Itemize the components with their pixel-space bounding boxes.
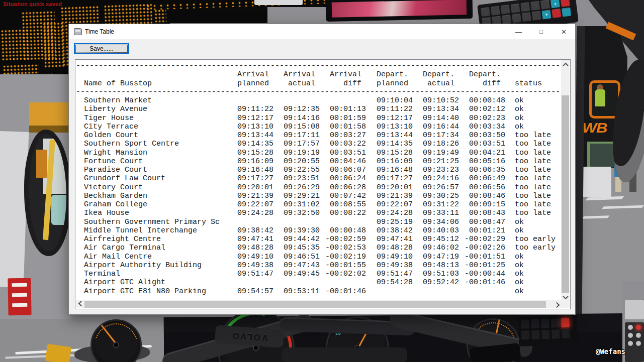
save-button[interactable]: Save...... [74,43,129,54]
table-row: Southern Government Primary Sc 09:25:19 … [76,218,562,226]
game-screen: Situation quick saved ▲ ▼ WB [0,0,644,362]
separator-line: ----------------------------------------… [76,62,562,70]
table-row: Air Cargo Terminal 09:48:28 09:45:35 -00… [76,244,562,252]
table-row: Ikea House 09:24:28 09:32:50 00:08:22 09… [76,209,562,217]
horizontal-scrollbar-thumb[interactable] [84,301,546,308]
table-row: Liberty Avenue 09:11:22 09:12:35 00:01:1… [76,105,562,113]
table-row: Paradise Court 09:16:48 09:22:55 00:06:0… [76,166,562,174]
horizontal-scrollbar[interactable] [76,300,562,308]
maximize-button[interactable]: □ [530,24,553,39]
watermark: @Wefans [596,347,625,355]
handrail [45,344,71,362]
bus-body [583,167,611,197]
scroll-right-button[interactable] [553,300,562,308]
keypad-key-red [561,0,570,7]
table-row: Airport GTC Alight 09:54:28 09:52:42 -00… [76,278,562,287]
table-row: Airport Authority Building 09:49:38 09:4… [76,261,562,270]
vertical-scrollbar[interactable] [561,60,570,301]
timetable-window-icon [74,28,82,35]
table-row: Southern Sport Centre 09:14:35 09:17:57 … [76,140,562,148]
table-row: Graham College 09:22:07 09:31:02 00:08:5… [76,200,562,209]
console-red-button [636,325,641,330]
table-header-row: Name of Busstop planned actual diff plan… [76,79,562,88]
keypad-down-key: ▼ [542,10,551,20]
table-row: Airfreight Centre 09:47:41 09:44:42 -00:… [76,235,562,244]
table-row: Southern Market 09:10:04 09:10:52 00:00:… [76,96,562,105]
keypad-key-red [551,9,561,18]
window-titlebar[interactable]: Time Table — □ ✕ [69,24,575,39]
chevron-down-icon [563,293,568,299]
scrollbar-corner [561,300,570,308]
warning-sticker [8,278,31,316]
side-console-buttons [625,322,644,362]
table-row: City Terrace 09:13:10 09:15:08 00:01:58 … [76,123,562,131]
chevron-up-icon [563,62,568,68]
table-row: Victory Court 09:20:01 09:26:29 00:06:28… [76,183,562,192]
cab-monitor [326,0,473,22]
side-console-display [625,300,644,319]
table-header-row: Arrival Arrival Arrival Depart. Depart. … [76,70,562,79]
keypad-key [481,7,490,17]
timetable-window: Time Table — □ ✕ Save...... ------------… [68,24,576,315]
separator-line: ----------------------------------------… [76,88,562,96]
steering-wheel-hub [282,347,407,362]
driver-figure [595,89,605,106]
table-row: Wright Mansion 09:15:28 09:19:19 00:03:5… [76,149,562,157]
table-row: Air Mail Centre 09:49:10 09:46:51 -00:02… [76,253,562,261]
bus-front-corner [29,102,69,133]
vertical-scrollbar-thumb[interactable] [562,95,569,293]
table-row: Grundorf Law Court 09:17:27 09:23:51 00:… [76,174,562,183]
close-button[interactable]: ✕ [553,24,575,39]
scroll-left-button[interactable] [76,300,84,308]
table-row: Middle Tunnel Interchange 09:38:42 09:39… [76,226,562,235]
warning-light-on [561,318,570,328]
minimize-button[interactable]: — [507,24,530,39]
chevron-right-icon [554,302,559,308]
timetable-listbox[interactable]: ----------------------------------------… [75,59,571,309]
table-row: Terminal 09:51:47 09:49:45 -00:02:02 09:… [76,270,562,278]
table-row: Airport GTC E81 N80 Parking 09:54:57 09:… [76,287,562,296]
timetable-content: ----------------------------------------… [76,60,562,302]
table-row: Tiger House 09:12:17 09:14:16 00:01:59 0… [76,114,562,123]
keypad-key-teal [562,8,571,17]
warning-light-panel [518,315,578,346]
chevron-left-icon [78,301,83,306]
scroll-up-button[interactable] [561,60,570,69]
table-row: Beckham Garden 09:21:39 09:29:21 00:07:4… [76,192,562,200]
keypad-up-key: ▲ [550,0,560,8]
dash-display-edge [254,0,303,5]
window-title: Time Table [85,28,114,35]
table-row: Golden Court 09:13:44 09:17:11 00:03:27 … [76,131,562,140]
table-row: Fortune Court 09:16:09 09:20:55 00:04:46… [76,157,562,166]
quick-save-message: Situation quick saved [3,1,62,7]
